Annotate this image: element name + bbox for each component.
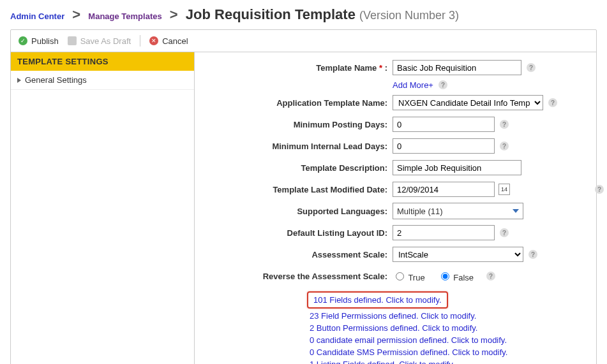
main-panel: ✓ Publish Save As Draft ✕ Cancel TEMPLAT… (10, 29, 597, 364)
app-template-select[interactable]: NXGEN Candidate Detail Info Template (393, 95, 543, 110)
help-icon[interactable]: ? (595, 185, 604, 194)
candidate-email-permission-link[interactable]: 0 candidate email permission defined. Cl… (310, 335, 507, 345)
sidebar-item-general-settings[interactable]: General Settings (11, 71, 194, 90)
cancel-button[interactable]: ✕ Cancel (149, 36, 188, 46)
cancel-label: Cancel (162, 36, 188, 46)
scale-select[interactable]: IntScale (393, 247, 523, 262)
layout-input[interactable] (393, 225, 495, 240)
template-name-input[interactable] (393, 60, 521, 75)
scale-label: Assessment Scale: (201, 250, 393, 259)
languages-select[interactable]: Multiple (11) (393, 203, 523, 219)
breadcrumb: Admin Center > Manage Templates > Job Re… (0, 0, 607, 29)
help-icon[interactable]: ? (500, 228, 509, 237)
calendar-icon[interactable]: 14 (498, 184, 510, 195)
breadcrumb-templates[interactable]: Manage Templates (88, 11, 161, 21)
close-icon: ✕ (149, 36, 158, 45)
languages-value: Multiple (11) (397, 207, 443, 216)
fields-defined-link[interactable]: 101 Fields defined. Click to modify. (313, 295, 442, 305)
mod-date-label: Template Last Modified Date: (201, 185, 393, 194)
add-more-link[interactable]: Add More+ (393, 80, 433, 90)
publish-label: Publish (31, 36, 59, 46)
save-draft-button: Save As Draft (68, 36, 131, 46)
reverse-label: Reverse the Assessment Scale: (201, 272, 393, 281)
min-posting-input[interactable] (393, 117, 495, 132)
breadcrumb-admin[interactable]: Admin Center (10, 11, 64, 21)
help-icon[interactable]: ? (486, 272, 495, 280)
template-name-label: Template Name * : (201, 63, 393, 73)
toolbar: ✓ Publish Save As Draft ✕ Cancel (11, 30, 596, 52)
fields-link-highlight: 101 Fields defined. Click to modify. (307, 291, 448, 309)
button-permissions-link[interactable]: 2 Button Permissions defined. Click to m… (310, 323, 478, 333)
min-internal-input[interactable] (393, 138, 495, 154)
sidebar: TEMPLATE SETTINGS General Settings (11, 52, 195, 364)
save-draft-label: Save As Draft (80, 36, 131, 46)
help-icon[interactable]: ? (500, 142, 509, 150)
candidate-sms-permission-link[interactable]: 0 Candidate SMS Permission defined. Clic… (310, 347, 507, 357)
chevron-right-icon (17, 78, 21, 83)
breadcrumb-page: Job Requisition Template (186, 6, 356, 22)
reverse-true-radio[interactable] (396, 272, 404, 280)
reverse-false-radio[interactable] (441, 272, 449, 280)
desc-label: Template Description: (201, 163, 393, 173)
help-icon[interactable]: ? (527, 63, 536, 72)
listing-fields-link[interactable]: 1 Listing Fields defined. Click to modif… (310, 360, 454, 364)
mod-date-input[interactable] (393, 182, 495, 197)
sidebar-item-label: General Settings (25, 75, 87, 85)
app-template-label: Application Template Name: (201, 98, 393, 108)
help-icon[interactable]: ? (548, 98, 557, 107)
reverse-true-option[interactable]: True (393, 270, 425, 282)
layout-label: Default Listing Layout ID: (201, 228, 393, 238)
desc-input[interactable] (393, 160, 521, 175)
field-permissions-link[interactable]: 23 Field Permissions defined. Click to m… (310, 311, 476, 321)
sidebar-header: TEMPLATE SETTINGS (11, 52, 194, 71)
breadcrumb-version: (Version Number 3) (359, 9, 459, 22)
form-area: Template Name * : ? Add More+ ? Applicat… (195, 52, 607, 364)
help-icon[interactable]: ? (438, 80, 447, 89)
min-posting-label: Minimum Posting Days: (201, 120, 393, 129)
min-internal-label: Minimum Internal Lead Days: (201, 142, 393, 151)
langs-label: Supported Languages: (201, 207, 393, 216)
check-icon: ✓ (19, 36, 27, 45)
reverse-false-option[interactable]: False (438, 270, 474, 282)
chevron-down-icon (513, 209, 519, 213)
publish-button[interactable]: ✓ Publish (19, 36, 59, 46)
help-icon[interactable]: ? (500, 120, 509, 129)
help-icon[interactable]: ? (528, 250, 537, 259)
save-icon (68, 36, 77, 45)
